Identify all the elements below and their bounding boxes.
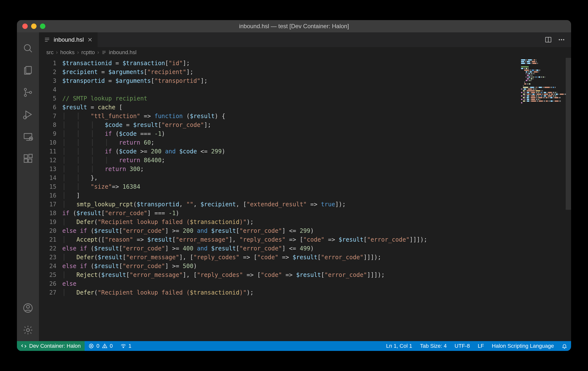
close-tab-icon[interactable]	[87, 37, 93, 42]
status-problems[interactable]: 0 0	[85, 341, 117, 351]
status-ports[interactable]: 1	[117, 341, 135, 351]
svg-point-27	[561, 39, 562, 40]
svg-point-5	[29, 91, 32, 94]
traffic-lights	[17, 24, 45, 29]
activity-bar	[17, 32, 39, 341]
debug-icon[interactable]	[17, 103, 39, 125]
breadcrumb-segment[interactable]: rcptto	[81, 49, 95, 56]
accounts-icon[interactable]	[17, 297, 39, 319]
svg-point-17	[26, 305, 29, 308]
status-remote[interactable]: Dev Container: Halon	[17, 341, 85, 351]
breadcrumb-segment[interactable]: inbound.hsl	[109, 49, 137, 56]
editor[interactable]: 1234567891011121314151617181920212223242…	[39, 58, 571, 341]
close-window-button[interactable]	[22, 24, 28, 29]
split-editor-icon[interactable]	[545, 36, 552, 43]
more-actions-icon[interactable]	[558, 36, 565, 43]
svg-line-1	[29, 50, 32, 52]
source-control-icon[interactable]	[17, 81, 39, 103]
svg-rect-15	[29, 154, 32, 158]
status-bar: Dev Container: Halon 0 0 1 Ln 1, Col 1 T…	[17, 341, 571, 351]
breadcrumb-segment[interactable]: hooks	[60, 49, 75, 56]
svg-point-18	[26, 329, 29, 332]
svg-point-36	[104, 347, 105, 347]
svg-rect-13	[24, 159, 27, 162]
status-language[interactable]: Halon Scripting Language	[488, 341, 558, 351]
vertical-scrollbar[interactable]	[566, 58, 571, 210]
svg-point-4	[24, 94, 26, 97]
titlebar[interactable]: inbound.hsl — test [Dev Container: Halon…	[17, 20, 571, 32]
window-title: inbound.hsl — test [Dev Container: Halon…	[17, 23, 571, 30]
remote-explorer-icon[interactable]	[17, 125, 39, 148]
code-content[interactable]: $transactionid = $transaction["id"];$rec…	[62, 58, 571, 341]
line-gutter: 1234567891011121314151617181920212223242…	[39, 58, 62, 341]
file-icon	[44, 37, 50, 43]
maximize-window-button[interactable]	[40, 24, 45, 29]
explorer-icon[interactable]	[17, 59, 39, 81]
search-icon[interactable]	[17, 37, 39, 59]
status-bell-icon[interactable]	[558, 341, 571, 351]
svg-point-3	[24, 88, 26, 90]
status-encoding[interactable]: UTF-8	[451, 341, 474, 351]
minimap[interactable]	[521, 59, 568, 103]
settings-gear-icon[interactable]	[17, 319, 39, 341]
extensions-icon[interactable]	[17, 148, 39, 170]
svg-point-37	[123, 347, 124, 348]
breadcrumb[interactable]: src›hooks›rcptto›inbound.hsl	[39, 47, 571, 58]
svg-rect-12	[24, 155, 27, 158]
svg-point-26	[559, 39, 560, 40]
svg-point-0	[24, 45, 30, 51]
app-window: inbound.hsl — test [Dev Container: Halon…	[17, 20, 571, 351]
status-cursor[interactable]: Ln 1, Col 1	[382, 341, 416, 351]
svg-rect-14	[28, 159, 32, 162]
tab-inbound-hsl[interactable]: inbound.hsl	[39, 32, 98, 47]
svg-rect-2	[26, 66, 31, 73]
status-eol[interactable]: LF	[474, 341, 488, 351]
breadcrumb-segment[interactable]: src	[46, 49, 53, 56]
svg-point-28	[563, 39, 564, 40]
tab-label: inbound.hsl	[54, 36, 84, 43]
minimize-window-button[interactable]	[31, 24, 37, 29]
tab-bar: inbound.hsl	[39, 32, 571, 47]
status-indent[interactable]: Tab Size: 4	[416, 341, 451, 351]
